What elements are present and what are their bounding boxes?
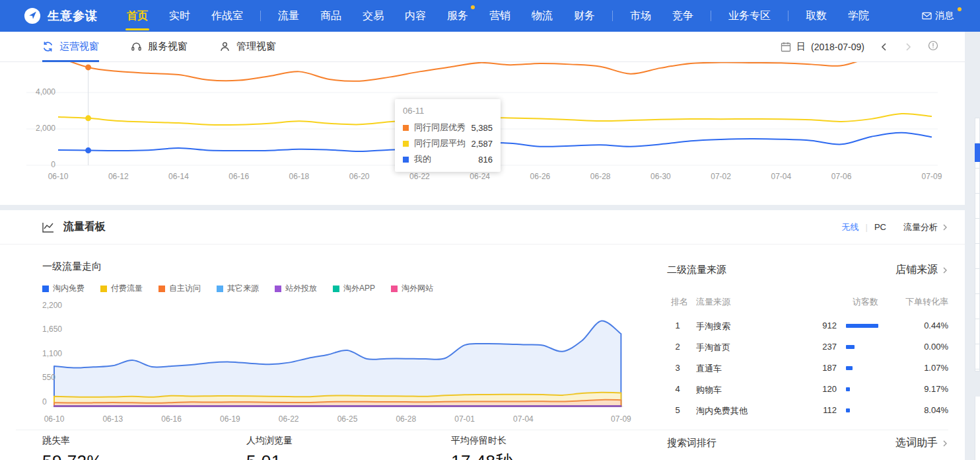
tooltip-series-value: 5,385 bbox=[471, 123, 493, 133]
col-visitors: 访客数 bbox=[853, 296, 878, 308]
nav-item-label: 首页 bbox=[127, 9, 148, 23]
col-rank: 排名 bbox=[671, 296, 688, 308]
nav-item-label: 竞争 bbox=[672, 9, 693, 23]
nav-item-label: 市场 bbox=[630, 9, 651, 23]
nav-item-内容[interactable]: 内容 bbox=[394, 0, 437, 32]
traffic-board-card: 流量看板 无线|PC 流量分析 一级流量走向 淘内免费付费流量自主访问其它来源站… bbox=[0, 210, 965, 460]
legend-label: 淘外网站 bbox=[402, 283, 433, 294]
messages-button[interactable]: 消息 bbox=[915, 10, 960, 22]
legend-item-淘外网站[interactable]: 淘外网站 bbox=[391, 283, 433, 294]
legend-swatch bbox=[333, 286, 339, 292]
nav-item-业务专区[interactable]: 业务专区 bbox=[718, 0, 781, 32]
side-toolbar-active-item[interactable] bbox=[975, 143, 980, 162]
legend-item-淘内免费[interactable]: 淘内免费 bbox=[42, 283, 85, 294]
row-visitors: 237 bbox=[786, 342, 837, 352]
row-visitors: 112 bbox=[786, 405, 837, 415]
messages-label: 消息 bbox=[935, 10, 954, 22]
nav-item-财务[interactable]: 财务 bbox=[563, 0, 606, 32]
legend-item-淘外APP[interactable]: 淘外APP bbox=[333, 283, 375, 294]
legend-swatch bbox=[158, 286, 165, 292]
nav-divider bbox=[788, 11, 788, 21]
metric-value: 17.48秒 bbox=[451, 451, 643, 460]
x-axis-tick: 06-16 bbox=[152, 414, 192, 424]
tab-服务视窗[interactable]: 服务视窗 bbox=[131, 32, 188, 62]
toggle-无线[interactable]: 无线 bbox=[842, 221, 859, 233]
row-rank: 1 bbox=[671, 321, 684, 330]
section-divider bbox=[16, 430, 948, 430]
x-axis-tick: 06-18 bbox=[279, 172, 319, 181]
nav-item-市场[interactable]: 市场 bbox=[619, 0, 662, 32]
legend-swatch bbox=[275, 286, 281, 292]
nav-item-label: 财务 bbox=[574, 9, 595, 23]
hover-dot bbox=[85, 115, 91, 121]
chevron-right-icon bbox=[942, 224, 948, 231]
legend-swatch bbox=[217, 286, 223, 292]
nav-item-物流[interactable]: 物流 bbox=[521, 0, 563, 32]
calendar-icon bbox=[781, 42, 791, 52]
nav-item-商品[interactable]: 商品 bbox=[310, 0, 352, 32]
legend-item-站外投放[interactable]: 站外投放 bbox=[275, 283, 317, 294]
side-toolbar-bottom bbox=[975, 397, 980, 460]
metric-跳失率: 跳失率59.72% bbox=[42, 435, 234, 460]
source-table-row[interactable]: 4购物车1209.17% bbox=[667, 378, 948, 399]
legend-label: 其它来源 bbox=[227, 283, 259, 294]
nav-item-作战室[interactable]: 作战室 bbox=[201, 0, 254, 32]
metric-value: 5.01 bbox=[246, 451, 438, 460]
date-picker[interactable]: 日 (2018-07-09) bbox=[781, 41, 864, 53]
nav-item-竞争[interactable]: 竞争 bbox=[662, 0, 704, 32]
y-axis-tick: 0 bbox=[26, 160, 55, 169]
next-day-button[interactable] bbox=[904, 43, 912, 51]
nav-menu: 首页实时作战室流量商品交易内容服务营销物流财务市场竞争业务专区取数学院 bbox=[116, 0, 880, 32]
tab-管理视窗[interactable]: 管理视窗 bbox=[219, 32, 276, 62]
row-source-name: 手淘搜索 bbox=[696, 321, 730, 332]
level1-traffic-area-chart[interactable] bbox=[42, 303, 640, 410]
row-visitors-bar bbox=[846, 324, 878, 328]
source-table-row[interactable]: 1手淘搜索9120.44% bbox=[667, 315, 948, 336]
traffic-analysis-link[interactable]: 流量分析 bbox=[903, 221, 948, 233]
prev-day-button[interactable] bbox=[880, 43, 888, 51]
word-helper-link[interactable]: 选词助手 bbox=[895, 436, 948, 450]
row-conversion-rate: 0.00% bbox=[924, 342, 948, 352]
info-button[interactable] bbox=[928, 40, 938, 54]
x-axis-tick: 06-30 bbox=[641, 172, 680, 181]
nav-item-label: 作战室 bbox=[211, 9, 243, 23]
hover-dot bbox=[85, 64, 91, 70]
terminal-toggle: 无线|PC bbox=[842, 221, 886, 233]
x-axis-tick: 07-04 bbox=[761, 172, 801, 181]
board-title: 流量看板 bbox=[63, 220, 106, 234]
nav-item-首页[interactable]: 首页 bbox=[116, 0, 158, 32]
brand[interactable]: 生意参谋 bbox=[24, 7, 98, 24]
legend-item-其它来源[interactable]: 其它来源 bbox=[217, 283, 259, 294]
tooltip-row: 同行同层优秀5,385 bbox=[403, 122, 493, 134]
tab-运营视窗[interactable]: 运营视窗 bbox=[42, 32, 99, 62]
word-helper-label: 选词助手 bbox=[895, 436, 938, 450]
brand-name: 生意参谋 bbox=[48, 8, 98, 24]
tooltip-series-value: 816 bbox=[478, 155, 493, 165]
x-axis-tick: 06-24 bbox=[460, 172, 500, 181]
nav-item-营销[interactable]: 营销 bbox=[479, 0, 521, 32]
toggle-PC[interactable]: PC bbox=[874, 222, 886, 232]
nav-item-label: 物流 bbox=[532, 9, 553, 23]
legend-item-付费流量[interactable]: 付费流量 bbox=[100, 283, 143, 294]
shop-source-link[interactable]: 店铺来源 bbox=[895, 263, 948, 277]
nav-divider bbox=[260, 11, 261, 21]
level1-traffic-chart-wrap: 2,2001,6501,1005500 06-1006-1306-1606-19… bbox=[42, 303, 640, 436]
nav-item-学院[interactable]: 学院 bbox=[837, 0, 880, 32]
nav-item-取数[interactable]: 取数 bbox=[795, 0, 837, 32]
source-table-row[interactable]: 3直通车1871.07% bbox=[667, 357, 948, 378]
nav-item-交易[interactable]: 交易 bbox=[352, 0, 394, 32]
nav-item-服务[interactable]: 服务 bbox=[437, 0, 479, 32]
row-visitors-bar bbox=[846, 366, 853, 370]
row-source-name: 直通车 bbox=[696, 363, 722, 375]
nav-item-label: 取数 bbox=[806, 9, 827, 23]
nav-item-实时[interactable]: 实时 bbox=[158, 0, 201, 32]
nav-item-label: 业务专区 bbox=[728, 9, 771, 23]
y-axis-tick: 2,200 bbox=[42, 301, 75, 310]
source-table-row[interactable]: 5淘内免费其他1128.04% bbox=[667, 399, 948, 420]
source-table-row[interactable]: 2手淘首页2370.00% bbox=[667, 336, 948, 357]
legend-item-自主访问[interactable]: 自主访问 bbox=[158, 283, 201, 294]
row-conversion-rate: 9.17% bbox=[924, 384, 948, 394]
metric-value: 59.72% bbox=[42, 451, 234, 460]
y-axis-tick: 1,650 bbox=[42, 325, 75, 334]
nav-item-流量[interactable]: 流量 bbox=[267, 0, 310, 32]
